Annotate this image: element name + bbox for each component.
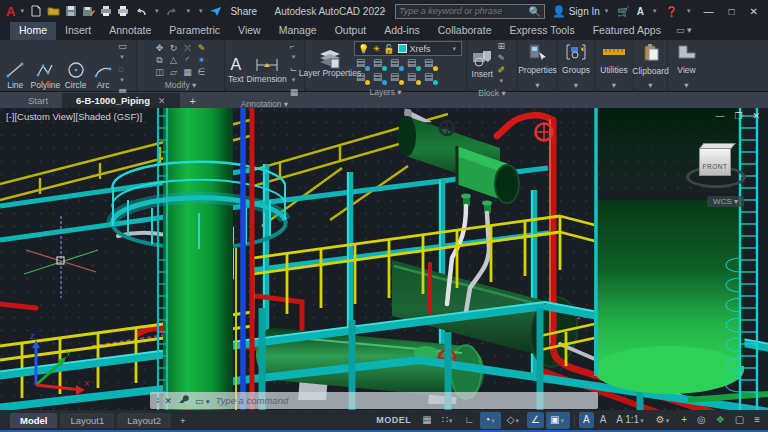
layer-dropdown-arrow-icon[interactable]: ▾ <box>452 45 456 53</box>
layer-unlock-tool-icon[interactable] <box>424 73 437 84</box>
autocad-logo-icon[interactable]: A <box>0 4 18 19</box>
viewport-controls-label[interactable]: [-][Custom View][Shaded (GSF)] <box>6 111 142 122</box>
ribbon-tab-annotate[interactable]: Annotate <box>100 22 160 40</box>
view-panel-expand[interactable]: ▾ <box>668 79 705 91</box>
insert-block-tool[interactable]: Insert <box>470 49 494 79</box>
isometric-drafting-toggle[interactable]: ◇▾ <box>503 412 525 429</box>
clean-screen-button[interactable]: ▢ <box>731 412 748 428</box>
text-tool[interactable]: A Text <box>228 54 244 84</box>
groups-panel-expand[interactable]: ▾ <box>558 79 594 91</box>
layer-unisolate-icon[interactable] <box>373 59 386 70</box>
search-expand-icon[interactable]: ▸ <box>382 7 386 15</box>
ribbon-collapse-button[interactable]: ▭ ▾ <box>676 22 692 40</box>
annotation-scale-button[interactable]: A 1:1▾ <box>612 412 649 429</box>
app-store-cart-icon[interactable]: 🛒 <box>617 6 629 17</box>
command-line[interactable]: ⁞⁞ ✕ ▭ ▾ Type a command <box>150 392 598 409</box>
new-drawing-icon[interactable] <box>30 5 42 17</box>
object-snap-tracking-toggle[interactable]: ∠ <box>527 412 544 428</box>
polyline-tool[interactable]: Polyline <box>31 60 61 90</box>
plot-icon[interactable] <box>100 5 112 17</box>
groups-tool[interactable]: Groups <box>562 44 590 75</box>
layer-match-icon[interactable] <box>356 73 369 84</box>
ribbon-tab-collaborate[interactable]: Collaborate <box>429 22 501 40</box>
sign-in-button[interactable]: 👤 Sign In ▾ <box>552 5 610 18</box>
properties-panel-expand[interactable]: ▾ <box>518 79 557 91</box>
viewcube-front-face[interactable]: FRONT <box>700 149 730 185</box>
move-tool-icon[interactable]: ✥ <box>156 43 164 53</box>
snap-mode-toggle[interactable]: ∷▾ <box>438 412 459 429</box>
open-drawing-icon[interactable] <box>47 5 60 17</box>
print-icon[interactable] <box>117 5 129 17</box>
clipboard-panel-expand[interactable]: ▾ <box>634 79 667 91</box>
drawing-minimize-button[interactable]: — <box>715 111 724 121</box>
properties-tool[interactable]: Properties <box>518 44 557 75</box>
fillet-tool-icon[interactable]: ◜ <box>186 55 190 65</box>
block-attributes-icon[interactable]: ✐ ▾ <box>497 65 514 86</box>
grid-display-toggle[interactable]: ▦ <box>418 412 435 428</box>
file-tab-start[interactable]: Start <box>14 93 62 108</box>
save-icon[interactable] <box>65 5 77 17</box>
redo-dropdown-icon[interactable]: ▾ <box>186 7 190 15</box>
layers-panel-label[interactable]: Layers ▾ <box>305 86 466 98</box>
customize-status-button[interactable]: ≡ <box>750 412 764 428</box>
layer-make-current-icon[interactable] <box>424 59 437 70</box>
ribbon-tab-insert[interactable]: Insert <box>56 22 100 40</box>
rectangle-tool-icon[interactable]: ▭ ▾ <box>118 41 133 62</box>
layer-freeze-icon[interactable] <box>390 59 403 70</box>
help-search-box[interactable]: 🔍 <box>395 4 545 19</box>
qat-customize-icon[interactable]: ▾ <box>199 7 203 15</box>
object-snap-toggle[interactable]: ▣▾ <box>546 412 570 429</box>
array-tool-icon[interactable]: ▦ <box>183 67 192 77</box>
layer-lock-icon[interactable] <box>407 73 420 84</box>
graphics-performance-button[interactable]: ❖ <box>712 412 729 428</box>
dimension-tool[interactable]: Dimension <box>247 54 287 84</box>
window-maximize-button[interactable]: □ <box>725 6 739 17</box>
polar-tracking-toggle[interactable]: ◔▾ <box>480 412 501 429</box>
layer-previous-icon[interactable] <box>373 73 386 84</box>
view-tool[interactable]: View <box>677 44 697 75</box>
undo-dropdown-icon[interactable]: ▾ <box>155 7 159 15</box>
tab-layout1[interactable]: Layout1 <box>60 413 114 428</box>
a-dropdown-icon[interactable]: ▾ <box>653 7 657 15</box>
ribbon-tab-addins[interactable]: Add-ins <box>375 22 429 40</box>
command-line-grip[interactable]: ⁞⁞ <box>156 396 158 405</box>
wcs-menu[interactable]: WCS ▾ <box>707 196 744 207</box>
share-label[interactable]: Share <box>230 6 257 17</box>
annotation-visibility-toggle[interactable]: A <box>579 412 594 428</box>
layer-dropdown[interactable]: 💡 ☀ 🔓 Xrefs ▾ <box>354 41 462 56</box>
autodesk-a-icon[interactable]: A <box>637 6 644 17</box>
ribbon-tab-home[interactable]: Home <box>10 22 56 40</box>
tab-model[interactable]: Model <box>10 413 57 428</box>
ribbon-tab-output[interactable]: Output <box>326 22 376 40</box>
explode-tool-icon[interactable]: ✶ <box>198 55 206 65</box>
edit-block-icon[interactable]: ✎ <box>497 53 514 63</box>
ellipse-tool-icon[interactable]: ◌ ▾ <box>118 64 133 85</box>
layer-isolate-icon[interactable] <box>356 59 369 70</box>
ribbon-tab-featured-apps[interactable]: Featured Apps <box>584 22 670 40</box>
workspace-switching-button[interactable]: ⚙▾ <box>652 412 675 429</box>
scale-tool-icon[interactable]: ▱ <box>170 67 177 77</box>
viewcube-top-face[interactable] <box>699 143 736 149</box>
ribbon-tab-manage[interactable]: Manage <box>270 22 326 40</box>
copy-tool-icon[interactable]: ⧉ <box>156 55 162 65</box>
offset-tool-icon[interactable]: ∈ <box>198 67 206 77</box>
layer-walk-icon[interactable] <box>390 73 403 84</box>
window-minimize-button[interactable]: — <box>700 6 718 17</box>
command-input[interactable]: Type a command <box>216 395 289 406</box>
stretch-tool-icon[interactable]: ◫ <box>155 67 164 77</box>
autoscale-toggle[interactable]: A <box>596 412 611 428</box>
create-block-icon[interactable]: ⊞ <box>497 41 514 51</box>
redo-icon[interactable] <box>165 6 179 17</box>
block-panel-label[interactable]: Block ▾ <box>467 87 517 99</box>
circle-tool[interactable]: Circle <box>63 60 88 90</box>
mirror-tool-icon[interactable]: △ <box>170 55 177 65</box>
save-as-icon[interactable] <box>82 5 95 17</box>
add-status-item-button[interactable]: + <box>677 412 691 428</box>
erase-tool-icon[interactable]: ✎ <box>198 43 206 53</box>
search-icon[interactable]: 🔍 <box>528 6 540 17</box>
line-tool[interactable]: Line <box>3 60 28 90</box>
new-file-tab-button[interactable]: + <box>180 95 206 108</box>
drawing-close-button[interactable]: ✕ <box>752 111 760 121</box>
file-tab-drawing[interactable]: 6-B-1000_Piping ✕ <box>62 93 179 108</box>
recent-commands-icon[interactable]: ▭ ▾ <box>195 396 210 406</box>
